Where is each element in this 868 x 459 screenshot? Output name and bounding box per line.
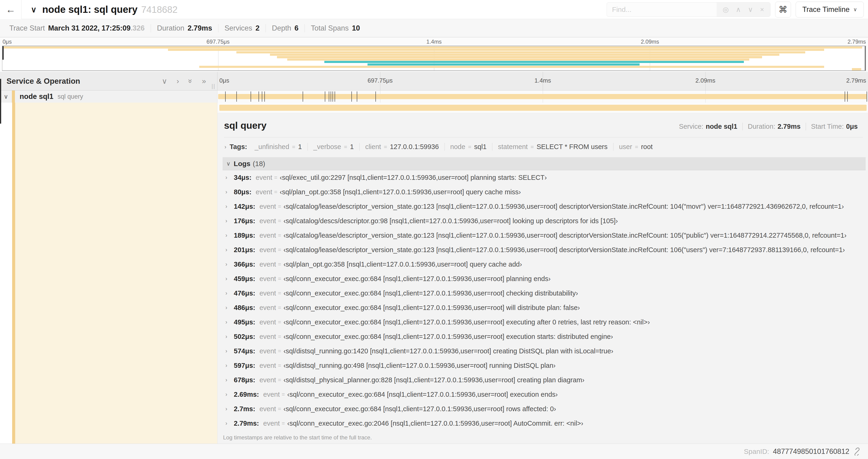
link-icon[interactable] [853,448,861,456]
log-row[interactable]: › 2.69ms: event = ‹sql/conn_executor_exe… [217,387,868,402]
chevron-right-icon[interactable]: › [225,261,234,267]
equals-sign: = [531,144,534,150]
log-row[interactable]: › 486μs: event = ‹sql/conn_executor_exec… [217,300,868,315]
log-field-value: ‹sql/catalog/lease/descriptor_version_st… [283,246,845,254]
clear-find-icon[interactable]: × [760,6,764,13]
tags-label: Tags: [229,143,247,151]
summary-value: 6 [294,24,299,32]
log-row[interactable]: › 80μs: event = ‹sql/plan_opt.go:358 [ns… [217,185,868,199]
log-row[interactable]: › 34μs: event = ‹sql/exec_util.go:2297 [… [217,170,868,185]
chevron-right-icon[interactable]: › [225,420,234,427]
summary-label: Trace Start [9,24,45,32]
log-row[interactable]: › 176μs: event = ‹sql/catalog/descs/desc… [217,214,868,228]
log-field-value: ‹sql/distsql_running.go:1420 [nsql1,clie… [283,347,614,355]
log-row[interactable]: › 597μs: event = ‹sql/distsql_running.go… [217,358,868,373]
chevron-right-icon[interactable]: › [225,304,234,311]
span-duration-bar[interactable] [218,94,867,99]
timeline-header-left: Service & Operation ∨ › » » || [0,72,217,90]
chevron-down-icon[interactable]: ∨ [4,93,8,100]
span-row[interactable]: ∨ node sql1 sql query [0,91,868,103]
equals-sign: = [278,405,281,412]
chevron-right-icon[interactable]: › [177,77,179,86]
chevron-right-icon[interactable]: › [225,319,234,325]
collapse-trace-icon[interactable]: ∨ [31,5,37,14]
log-row[interactable]: › 502μs: event = ‹sql/conn_executor_exec… [217,329,868,344]
equals-sign: = [278,218,281,224]
tag-value: 127.0.0.1:59936 [390,143,439,151]
log-field-key: event [259,362,276,369]
keyboard-shortcuts-button[interactable]: ⌘ [775,2,791,18]
log-row[interactable]: › 142μs: event = ‹sql/catalog/lease/desc… [217,199,868,214]
match-highlight-icon[interactable]: ◎ [723,5,729,13]
chevron-right-icon[interactable]: › [225,290,234,296]
log-row[interactable]: › 2.79ms: event = ‹sql/conn_executor_exe… [217,416,868,431]
double-chevron-right-icon[interactable]: » [202,77,206,86]
timeline-axis-tick: 2.79ms [846,77,866,84]
log-row[interactable]: › 201μs: event = ‹sql/catalog/lease/desc… [217,242,868,257]
chevron-down-icon: ∨ [853,6,857,12]
chevron-down-icon[interactable]: ∨ [226,160,230,167]
minimap-left-scrubber[interactable] [2,46,4,60]
log-row[interactable]: › 366μs: event = ‹sql/plan_opt.go:358 [n… [217,257,868,271]
log-field-key: event [259,289,276,297]
log-row[interactable]: › 678μs: event = ‹sql/distsql_physical_p… [217,373,868,387]
chevron-down-icon[interactable]: ∨ [162,77,167,86]
double-chevron-down-icon[interactable]: » [186,79,195,83]
log-timestamp: 366μs: [234,261,255,268]
left-pane-scrollbar[interactable] [0,79,1,124]
log-row[interactable]: › 574μs: event = ‹sql/distsql_running.go… [217,344,868,358]
column-resize-handle[interactable]: || [212,83,215,89]
find-input[interactable] [607,3,717,17]
detail-span-duration-bar[interactable] [219,105,867,111]
prev-match-icon[interactable]: ∧ [736,5,741,13]
chevron-right-icon[interactable]: › [225,218,234,224]
chevron-right-icon[interactable]: › [224,144,226,150]
next-match-icon[interactable]: ∨ [748,5,753,13]
chevron-right-icon[interactable]: › [225,275,234,282]
equals-sign: = [278,247,281,253]
minimap-right-scrubber[interactable] [865,46,866,70]
log-marker-tick [867,91,867,102]
chevron-right-icon[interactable]: › [225,203,234,210]
log-marker-tick [251,91,251,102]
equals-sign: = [278,290,281,296]
log-row[interactable]: › 476μs: event = ‹sql/conn_executor_exec… [217,286,868,300]
summary-item: Total Spans 10 [305,24,366,32]
chevron-right-icon[interactable]: › [225,362,234,369]
chevron-right-icon[interactable]: › [225,405,234,412]
chevron-right-icon[interactable]: › [225,232,234,239]
log-field-key: event [259,275,276,283]
back-button[interactable]: ← [0,0,22,19]
chevron-right-icon[interactable]: › [225,348,234,354]
chevron-right-icon[interactable]: › [225,247,234,253]
log-marker-tick [258,91,259,102]
chevron-right-icon[interactable]: › [225,189,234,195]
chevron-right-icon[interactable]: › [225,174,234,181]
span-service-name: node sql1 [20,92,54,101]
span-row-name-cell[interactable]: ∨ node sql1 sql query [0,91,217,103]
chevron-right-icon[interactable]: › [225,391,234,398]
log-row[interactable]: › 2.7ms: event = ‹sql/conn_executor_exec… [217,402,868,416]
log-timestamp: 2.79ms: [234,420,259,427]
log-field-value: ‹sql/catalog/descs/descriptor.go:98 [nsq… [283,217,618,225]
log-field-key: event [263,420,280,427]
minimap-span-bar [270,54,779,56]
chevron-right-icon[interactable]: › [225,333,234,340]
log-row[interactable]: › 459μs: event = ‹sql/conn_executor_exec… [217,271,868,286]
tags-row[interactable]: › Tags: _unfinished=1_verbose=1client=12… [217,137,868,153]
detail-left-gutter [0,103,12,444]
span-row-timeline-cell[interactable] [217,91,868,103]
span-detail-row: sql query Service:node sql1Duration:2.79… [0,103,868,444]
summary-value: 2 [255,24,259,32]
log-timestamp: 574μs: [234,347,255,355]
chevron-right-icon[interactable]: › [225,377,234,383]
view-selector-button[interactable]: Trace Timeline ∨ [796,2,864,18]
equals-sign: = [278,377,281,383]
minimap-canvas[interactable] [2,46,866,71]
timeline-axis: 0μs697.75μs1.4ms2.09ms2.79ms [217,72,868,90]
logs-header[interactable]: ∨ Logs (18) [223,157,866,170]
log-row[interactable]: › 189μs: event = ‹sql/catalog/lease/desc… [217,228,868,242]
span-color-accent [12,103,15,444]
log-marker-tick [225,91,226,102]
log-row[interactable]: › 495μs: event = ‹sql/conn_executor_exec… [217,315,868,329]
